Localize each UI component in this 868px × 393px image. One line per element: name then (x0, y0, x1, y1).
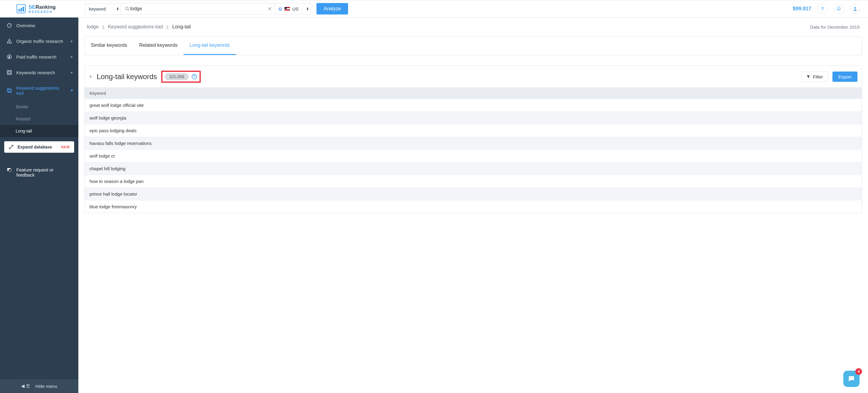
clear-icon[interactable] (267, 6, 272, 11)
search-group: keyword ▴▾ G US ▴▾ Analyze (79, 3, 348, 15)
top-bar: SERanking RESEARCH keyword ▴▾ G US ▴▾ An… (0, 0, 868, 18)
expand-icon (8, 144, 14, 150)
chevron-right-icon: ▶ (71, 55, 73, 58)
logo-icon (17, 4, 26, 13)
sidebar-item-overview[interactable]: Overview (0, 18, 79, 33)
help-icon[interactable]: ? (192, 74, 197, 79)
filter-icon (806, 75, 810, 79)
sidebar-label: Paid traffic research (16, 54, 56, 59)
collapse-icon: ◀ ☰ (21, 383, 30, 389)
chevron-right-icon: ❯ (101, 25, 105, 29)
sidebar-item-paid[interactable]: Paid traffic research ▶ (0, 49, 79, 64)
warning-icon (7, 38, 12, 44)
google-icon: G (278, 6, 282, 11)
sidebar-label: Keyword suggestions tool (16, 85, 67, 96)
breadcrumb: lodge ❯ Keyword suggestions tool ❯ Long-… (79, 18, 868, 36)
country-select[interactable]: G US ▴▾ (275, 3, 311, 15)
svg-rect-10 (8, 71, 10, 74)
logo-text: SERanking RESEARCH (29, 4, 56, 13)
panel-actions: Filter Export (801, 72, 858, 82)
grid-icon (7, 70, 12, 75)
search-input[interactable] (130, 6, 267, 12)
sidebar-label: Overview (16, 23, 35, 28)
sidebar-sub-related[interactable]: Related (0, 113, 79, 125)
logo[interactable]: SERanking RESEARCH (0, 4, 79, 13)
filter-label: Filter (813, 74, 823, 79)
tab-similar[interactable]: Similar keywords (85, 36, 133, 55)
logo-main: Ranking (36, 4, 56, 10)
caret-icon: ▴▾ (307, 7, 308, 10)
result-count-badge: 101,058 (165, 73, 189, 80)
filter-button[interactable]: Filter (801, 72, 828, 82)
table-row[interactable]: great wolf lodge official site (85, 99, 862, 111)
profile-button[interactable] (850, 4, 860, 14)
svg-rect-11 (7, 88, 10, 92)
table-row[interactable]: wolf lodge ct (85, 149, 862, 162)
table-row[interactable]: havasu falls lodge reservations (85, 137, 862, 149)
table-row[interactable]: wolf lodge georgia (85, 111, 862, 124)
logo-prefix: SE (29, 4, 36, 10)
table-row[interactable]: chapel hill lodging (85, 162, 862, 175)
collapse-caret-icon[interactable]: ▼ (89, 75, 93, 79)
chevron-right-icon: ❯ (166, 25, 169, 29)
country-code: US (292, 6, 299, 11)
chat-fab[interactable]: 4 (843, 371, 860, 387)
table-header: Keyword (85, 87, 862, 99)
user-icon (852, 6, 858, 11)
sidebar: Overview Organic traffic research ▶ Paid… (0, 18, 79, 393)
feedback-link[interactable]: Feature request or feedback (0, 162, 79, 183)
analyze-button[interactable]: Analyze (316, 3, 348, 15)
data-date: Data for December 2019 (810, 24, 860, 30)
table-row[interactable]: blue lodge freemasonry (85, 200, 862, 213)
caret-icon: ▴▾ (117, 7, 119, 10)
hide-menu-button[interactable]: ◀ ☰ Hide menu (0, 379, 79, 393)
topbar-right: $99.917 ? (793, 4, 868, 14)
expand-database-button[interactable]: Expand database NEW (4, 141, 74, 153)
hide-menu-label: Hide menu (35, 384, 57, 389)
search-type-select[interactable]: keyword ▴▾ (85, 3, 121, 15)
chat-icon (7, 167, 12, 173)
sidebar-item-organic[interactable]: Organic traffic research ▶ (0, 33, 79, 49)
chevron-right-icon: ▶ (71, 39, 73, 43)
sidebar-sub-similar[interactable]: Similar (0, 101, 79, 113)
sidebar-label: Keywords research (16, 70, 55, 75)
export-button[interactable]: Export (832, 72, 858, 82)
svg-rect-12 (8, 89, 11, 93)
table-row[interactable]: prince hall lodge locator (85, 188, 862, 200)
crumb-current: Long-tail (172, 24, 190, 30)
crumb-keyword[interactable]: lodge (87, 24, 98, 30)
notifications-button[interactable] (834, 4, 844, 14)
svg-line-1 (128, 9, 129, 10)
dollar-icon (7, 54, 12, 59)
panel-title: Long-tail keywords (97, 73, 157, 81)
gauge-icon (7, 23, 12, 28)
sidebar-item-suggestions[interactable]: Keyword suggestions tool ▶ (0, 80, 79, 101)
sidebar-item-keywords[interactable]: Keywords research ▶ (0, 64, 79, 80)
feedback-label: Feature request or feedback (16, 167, 73, 177)
svg-point-4 (854, 7, 856, 9)
count-highlight: 101,058 ? (161, 71, 201, 83)
crumb-tool[interactable]: Keyword suggestions tool (108, 24, 163, 30)
layers-icon (7, 88, 12, 93)
svg-point-0 (125, 7, 128, 10)
help-button[interactable]: ? (817, 4, 828, 14)
column-keyword[interactable]: Keyword (90, 91, 106, 96)
svg-rect-9 (7, 70, 11, 75)
search-box (121, 3, 275, 15)
flag-us-icon (284, 7, 290, 10)
tab-related[interactable]: Related keywords (133, 36, 184, 55)
logo-sub: RESEARCH (29, 10, 56, 13)
svg-point-7 (9, 42, 10, 43)
table-row[interactable]: how to season a lodge pan (85, 175, 862, 188)
sidebar-sub-longtail[interactable]: Long-tail (0, 125, 79, 137)
table-row[interactable]: epic pass lodging deals (85, 124, 862, 137)
account-balance[interactable]: $99.917 (793, 6, 811, 12)
chat-bubble-icon (847, 375, 855, 383)
bell-icon (836, 6, 841, 11)
new-badge: NEW (61, 145, 70, 149)
chat-badge: 4 (855, 368, 862, 375)
tab-longtail[interactable]: Long-tail keywords (184, 36, 236, 55)
search-type-value: keyword (89, 6, 106, 11)
main-content: lodge ❯ Keyword suggestions tool ❯ Long-… (79, 18, 868, 393)
sidebar-label: Organic traffic research (16, 39, 63, 44)
